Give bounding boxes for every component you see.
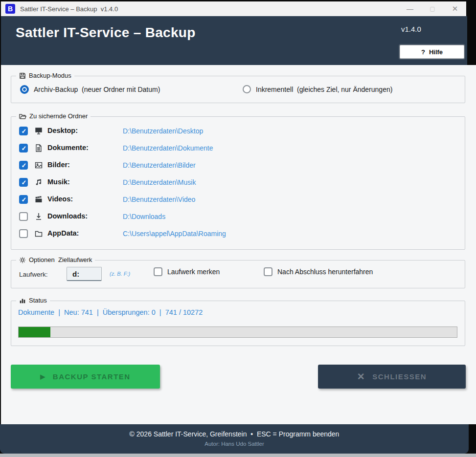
drive-input[interactable] — [67, 267, 102, 281]
folder-checkbox[interactable] — [19, 161, 28, 170]
folder-checkbox[interactable] — [19, 212, 28, 221]
play-icon: ▶ — [40, 373, 46, 380]
folder-path: D:\Downloads — [123, 213, 165, 220]
music-icon — [35, 178, 43, 186]
progress-fill — [19, 327, 50, 337]
group-status: Status Dokumente | Neu: 741 | Übersprung… — [11, 301, 465, 346]
minimize-icon[interactable]: — — [399, 1, 421, 16]
folder-path: D:\Benutzerdaten\Desktop — [123, 127, 203, 135]
folder-path: D:\Benutzerdaten\Musik — [123, 178, 196, 186]
group-label: Optionen Ziellaufwerk — [29, 256, 92, 263]
desktop-icon — [35, 127, 43, 135]
remember-drive-option[interactable]: Laufwerk merken — [154, 267, 220, 276]
folder-path: D:\Benutzerdaten\Dokumente — [123, 144, 213, 152]
radio-label: Archiv-Backup (neuer Ordner mit Datum) — [34, 86, 160, 93]
folder-open-icon — [19, 113, 26, 120]
video-icon — [35, 196, 43, 203]
folder-checkbox[interactable] — [19, 229, 28, 238]
radio-icon — [20, 85, 29, 94]
bottom-strip — [0, 454, 476, 457]
shutdown-checkbox[interactable] — [264, 267, 272, 276]
folder-label: Desktop: — [47, 127, 78, 134]
group-backup-mode-legend: Backup-Modus — [16, 72, 74, 79]
folder-row-appdata: AppData: C:\Users\appel\AppData\Roaming — [11, 225, 465, 242]
checkbox-label: Nach Abschluss herunterfahren — [277, 268, 373, 276]
folder-label: Dokumente: — [47, 144, 89, 152]
folder-checkbox[interactable] — [19, 144, 28, 152]
close-app-label: SCHLIESSEN — [372, 372, 427, 381]
group-label: Zu sichernde Ordner — [29, 112, 88, 120]
group-label: Status — [29, 297, 47, 304]
titlebar: B Sattler IT-Service – Backup v1.4.0 — ▢… — [1, 1, 466, 16]
folder-checkbox[interactable] — [19, 178, 28, 187]
folder-row-downloads: Downloads: D:\Downloads — [11, 208, 465, 225]
folder-row-musik: Musik: D:\Benutzerdaten\Musik — [11, 174, 465, 191]
group-options-legend: Optionen Ziellaufwerk — [16, 256, 95, 263]
question-icon: ? — [421, 48, 425, 56]
help-button[interactable]: ? Hilfe — [400, 45, 464, 59]
folder-checkbox[interactable] — [19, 195, 28, 204]
folder-label: Downloads: — [47, 212, 88, 220]
status-text: Dokumente | Neu: 741 | Übersprungen: 0 |… — [18, 308, 203, 316]
drive-label: Laufwerk: — [19, 271, 48, 278]
folder-label: Bilder: — [47, 161, 70, 169]
group-options: Optionen Ziellaufwerk Laufwerk: (z. B. F… — [11, 260, 465, 288]
header: Sattler IT-Service – Backup v1.4.0 ? Hil… — [1, 16, 467, 65]
folder-path: C:\Users\appel\AppData\Roaming — [123, 230, 226, 238]
gear-icon — [19, 257, 26, 263]
folder-row-dokumente: Dokumente: D:\Benutzerdaten\Dokumente — [11, 140, 465, 157]
folder-label: Videos: — [47, 195, 73, 203]
radio-icon — [243, 85, 251, 93]
checkbox-label: Laufwerk merken — [167, 268, 220, 276]
folder-row-videos: Videos: D:\Benutzerdaten\Video — [11, 191, 465, 208]
document-icon — [35, 144, 43, 152]
folder-checkbox[interactable] — [19, 127, 28, 135]
folder-row-bilder: Bilder: D:\Benutzerdaten\Bilder — [11, 157, 465, 174]
radio-label: Inkrementell (gleiches Ziel, nur Änderun… — [256, 86, 392, 93]
maximize-icon[interactable]: ▢ — [421, 1, 444, 16]
folder-path: D:\Benutzerdaten\Bilder — [123, 161, 196, 169]
footer: © 2026 Sattler IT-Service, Greifenstein … — [0, 424, 469, 454]
group-folders-legend: Zu sichernde Ordner — [16, 112, 91, 120]
close-icon[interactable]: ✕ — [444, 1, 466, 16]
window-title: Sattler IT-Service – Backup v1.4.0 — [20, 5, 118, 13]
backup-start-label: BACKUP STARTEN — [53, 372, 131, 381]
shutdown-option[interactable]: Nach Abschluss herunterfahren — [264, 267, 373, 276]
folder-icon — [35, 230, 43, 238]
group-label: Backup-Modus — [29, 72, 71, 79]
folder-label: Musik: — [47, 178, 70, 186]
author-text: Autor: Hans Udo Sattler — [0, 438, 469, 447]
picture-icon — [35, 161, 43, 169]
drive-hint: (z. B. F:) — [110, 271, 130, 277]
download-icon — [35, 213, 43, 220]
group-backup-mode: Backup-Modus Archiv-Backup (neuer Ordner… — [11, 76, 465, 103]
help-button-label: Hilfe — [429, 48, 443, 56]
app-window: B Sattler IT-Service – Backup v1.4.0 — ▢… — [0, 0, 476, 457]
copyright-text: © 2026 Sattler IT-Service, Greifenstein … — [0, 424, 469, 438]
progress-bar — [18, 326, 457, 338]
chart-icon — [19, 297, 26, 304]
radio-inkrementell[interactable]: Inkrementell (gleiches Ziel, nur Änderun… — [243, 85, 392, 93]
close-app-button[interactable]: ✕ SCHLIESSEN — [318, 365, 466, 389]
backup-start-button[interactable]: ▶ BACKUP STARTEN — [11, 365, 160, 389]
page-title: Sattler IT-Service – Backup — [16, 25, 196, 41]
floppy-icon — [19, 72, 26, 79]
remember-drive-checkbox[interactable] — [154, 267, 162, 276]
window-controls: — ▢ ✕ — [399, 1, 466, 16]
folder-label: AppData: — [47, 229, 79, 237]
group-status-legend: Status — [16, 297, 50, 304]
app-icon: B — [5, 4, 15, 14]
folder-path: D:\Benutzerdaten\Video — [123, 196, 195, 203]
group-folders: Zu sichernde Ordner Desktop: D:\Benutzer… — [11, 116, 465, 250]
radio-archiv-backup[interactable]: Archiv-Backup (neuer Ordner mit Datum) — [20, 85, 160, 94]
version-label: v1.4.0 — [401, 25, 421, 33]
folder-row-desktop: Desktop: D:\Benutzerdaten\Desktop — [11, 123, 465, 140]
x-icon: ✕ — [357, 371, 365, 382]
